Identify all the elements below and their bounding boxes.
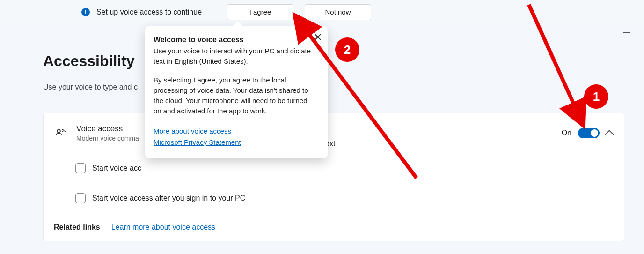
svg-point-0 [57,129,60,133]
page-subtitle: Use your voice to type and c [43,83,644,91]
learn-more-link[interactable]: Learn more about voice access [111,223,215,232]
row2-label: Start voice access after you sign in to … [92,194,245,202]
option-start-before-signin[interactable]: Start voice acc [44,153,624,183]
checkbox-before-signin[interactable] [75,163,86,173]
microphone-icon [55,127,67,139]
more-about-link[interactable]: More about voice access [154,126,316,137]
popover-title: Welcome to voice access [154,36,316,44]
notification-bar: ! Set up voice access to continue I agre… [0,0,644,24]
card-title: Voice access [76,124,139,134]
related-links-label: Related links [54,223,100,232]
privacy-statement-link[interactable]: Microsoft Privacy Statement [154,137,316,148]
voice-access-card: Voice access Modern voice comma On Start… [43,113,624,241]
notification-text: Set up voice access to continue [96,8,202,16]
agree-button[interactable]: I agree [227,4,293,20]
option-start-after-signin[interactable]: Start voice access after you sign in to … [44,183,624,213]
popover-paragraph-2: By selecting I agree, you agree to the l… [154,75,316,116]
card-header-right: On [562,128,613,138]
related-links-row: Related links Learn more about voice acc… [44,213,624,241]
not-now-button[interactable]: Not now [305,4,371,20]
chevron-up-icon[interactable] [605,130,614,139]
checkbox-after-signin[interactable] [75,193,86,203]
row1-label: Start voice acc [92,164,141,172]
annotation-badge-1: 1 [584,84,608,109]
annotation-badge-2: 2 [335,37,359,62]
close-icon[interactable] [314,33,322,41]
voice-access-toggle[interactable] [578,128,600,138]
card-sub: Modern voice comma [76,134,139,142]
popover-paragraph-1: Use your voice to interact with your PC … [154,46,316,67]
page-title: Accessibility [43,52,135,69]
popover-links: More about voice access Microsoft Privac… [154,126,316,148]
info-icon: ! [81,8,90,16]
card-header-text: Voice access Modern voice comma [76,124,139,142]
toggle-state-label: On [562,129,571,137]
welcome-popover: Welcome to voice access Use your voice t… [145,26,328,158]
